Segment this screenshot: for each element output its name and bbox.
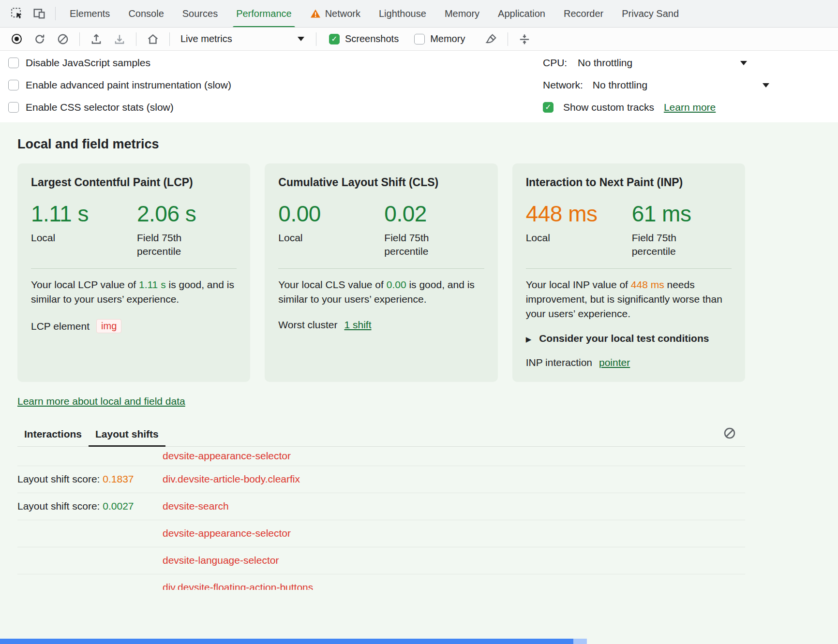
tab-layout-shifts[interactable]: Layout shifts bbox=[89, 428, 165, 446]
lcp-element-link[interactable]: img bbox=[96, 319, 121, 333]
toolbar-divider bbox=[169, 32, 170, 46]
tab-privacy-sandbox[interactable]: Privacy Sand bbox=[613, 0, 688, 28]
layout-shift-row: Layout shift score: 0.0027 devsite-searc… bbox=[17, 493, 745, 520]
tab-sources[interactable]: Sources bbox=[173, 0, 227, 28]
inspect-element-button[interactable] bbox=[6, 3, 28, 24]
tab-console[interactable]: Console bbox=[119, 0, 173, 28]
network-label: Network: bbox=[543, 79, 583, 91]
load-profile-button[interactable] bbox=[85, 29, 108, 49]
tab-application[interactable]: Application bbox=[489, 0, 554, 28]
toolbar-divider bbox=[316, 32, 316, 46]
worst-cluster-link[interactable]: 1 shift bbox=[344, 319, 371, 331]
tab-memory[interactable]: Memory bbox=[435, 0, 489, 28]
clear-log-button[interactable] bbox=[721, 424, 738, 442]
inp-interaction-label: INP interaction bbox=[526, 357, 592, 368]
reload-and-record-button[interactable] bbox=[28, 29, 51, 49]
card-divider bbox=[31, 268, 237, 269]
tab-lighthouse[interactable]: Lighthouse bbox=[370, 0, 435, 28]
element-link[interactable]: div.devsite-article-body.clearfix bbox=[163, 473, 745, 485]
element-link[interactable]: devsite-language-selector bbox=[163, 555, 745, 566]
lcp-local-label: Local bbox=[31, 231, 104, 245]
css-selector-stats-checkbox[interactable] bbox=[8, 102, 19, 113]
tab-interactions[interactable]: Interactions bbox=[17, 428, 89, 446]
memory-checkbox[interactable] bbox=[414, 34, 425, 44]
warning-icon bbox=[310, 9, 321, 18]
disable-js-samples-label: Disable JavaScript samples bbox=[26, 57, 150, 69]
lcp-desc-pre: Your local LCP value of bbox=[31, 279, 139, 290]
toolbar-divider bbox=[79, 32, 80, 46]
worst-cluster-label: Worst cluster bbox=[278, 319, 337, 331]
broom-icon bbox=[485, 33, 497, 45]
vertical-align-button[interactable] bbox=[513, 29, 536, 49]
element-link[interactable]: div.devsite-floating-action-buttons bbox=[163, 582, 745, 590]
css-selector-stats-label: Enable CSS selector stats (slow) bbox=[26, 102, 174, 113]
local-test-conditions-disclosure[interactable]: Consider your local test conditions bbox=[526, 333, 732, 344]
element-link[interactable]: devsite-appearance-selector bbox=[163, 527, 745, 539]
device-toolbar-button[interactable] bbox=[28, 3, 50, 24]
home-button[interactable] bbox=[141, 29, 165, 49]
lcp-local-value: 1.11 s bbox=[31, 201, 137, 227]
collect-garbage-button[interactable] bbox=[479, 29, 503, 49]
learn-more-link[interactable]: Learn more bbox=[664, 102, 716, 113]
lcp-element-label: LCP element bbox=[31, 321, 90, 332]
show-custom-tracks-label: Show custom tracks bbox=[563, 102, 654, 113]
cpu-label: CPU: bbox=[543, 57, 568, 69]
lcp-field-value: 2.06 s bbox=[137, 201, 237, 227]
card-divider bbox=[278, 268, 484, 269]
element-link[interactable]: devsite-search bbox=[163, 500, 745, 512]
inp-interaction-link[interactable]: pointer bbox=[599, 357, 630, 368]
home-icon bbox=[147, 33, 159, 45]
cls-desc-value: 0.00 bbox=[387, 279, 406, 290]
cpu-throttling-select[interactable]: No throttling bbox=[578, 57, 747, 69]
lcp-description: Your local LCP value of 1.11 s is good, … bbox=[31, 278, 237, 307]
download-icon bbox=[113, 33, 126, 45]
tab-recorder[interactable]: Recorder bbox=[554, 0, 613, 28]
live-metrics-panel: Local and field metrics Largest Contentf… bbox=[0, 122, 838, 644]
inp-local-metric: 448 ms Local bbox=[526, 201, 632, 258]
cpu-throttling-value: No throttling bbox=[578, 57, 632, 69]
inp-field-label: Field 75th percentile bbox=[632, 231, 704, 258]
tab-performance[interactable]: Performance bbox=[227, 0, 301, 28]
learn-more-local-field-link[interactable]: Learn more about local and field data bbox=[17, 395, 185, 407]
vertical-align-icon bbox=[518, 33, 531, 45]
cls-values: 0.00 Local 0.02 Field 75th percentile bbox=[278, 201, 484, 258]
chevron-down-icon bbox=[740, 61, 747, 65]
live-metrics-dropdown[interactable]: Live metrics bbox=[175, 29, 311, 49]
screenshots-checkbox[interactable] bbox=[329, 34, 340, 44]
layout-shift-row: devsite-appearance-selector bbox=[17, 447, 745, 466]
disable-js-samples-checkbox[interactable] bbox=[8, 58, 19, 68]
chevron-down-icon bbox=[298, 37, 304, 41]
cls-field-value: 0.02 bbox=[384, 201, 484, 227]
shift-score-label: Layout shift score: bbox=[17, 500, 103, 512]
cls-local-value: 0.00 bbox=[278, 201, 384, 227]
network-throttling-value: No throttling bbox=[593, 79, 647, 91]
toolbar-divider bbox=[136, 32, 136, 46]
toolbar-divider bbox=[508, 32, 508, 46]
shift-score: Layout shift score: 0.0027 bbox=[17, 500, 163, 512]
tab-network[interactable]: Network bbox=[301, 0, 370, 28]
performance-settings: Disable JavaScript samples Enable advanc… bbox=[0, 51, 838, 122]
inp-desc-value: 448 ms bbox=[631, 279, 664, 290]
show-custom-tracks-checkbox[interactable] bbox=[543, 102, 554, 113]
record-button[interactable] bbox=[5, 29, 28, 49]
cls-field-metric: 0.02 Field 75th percentile bbox=[384, 201, 484, 258]
layout-shift-row: Layout shift score: 0.1837 div.devsite-a… bbox=[17, 466, 745, 493]
network-throttling-select[interactable]: No throttling bbox=[593, 79, 769, 91]
save-profile-button[interactable] bbox=[108, 29, 131, 49]
upload-icon bbox=[90, 33, 103, 45]
tab-elements[interactable]: Elements bbox=[60, 0, 119, 28]
card-divider bbox=[526, 268, 732, 269]
lcp-element-row: LCP element img bbox=[31, 319, 237, 333]
layout-shift-row: devsite-language-selector bbox=[17, 547, 745, 574]
layout-shift-row: div.devsite-floating-action-buttons bbox=[17, 574, 745, 590]
element-link[interactable]: devsite-appearance-selector bbox=[163, 450, 745, 462]
inp-card-title: Interaction to Next Paint (INP) bbox=[526, 176, 732, 189]
blue-bar-light-segment bbox=[573, 639, 587, 644]
performance-toolbar: Live metrics Screenshots Memory bbox=[0, 28, 838, 51]
lcp-desc-value: 1.11 s bbox=[139, 279, 166, 290]
advanced-paint-checkbox[interactable] bbox=[8, 80, 19, 90]
clear-button[interactable] bbox=[51, 29, 75, 49]
devtools-tabbar: Elements Console Sources Performance Net… bbox=[0, 0, 838, 28]
lcp-card: Largest Contentful Paint (LCP) 1.11 s Lo… bbox=[17, 163, 250, 382]
inp-local-value: 448 ms bbox=[526, 201, 632, 227]
